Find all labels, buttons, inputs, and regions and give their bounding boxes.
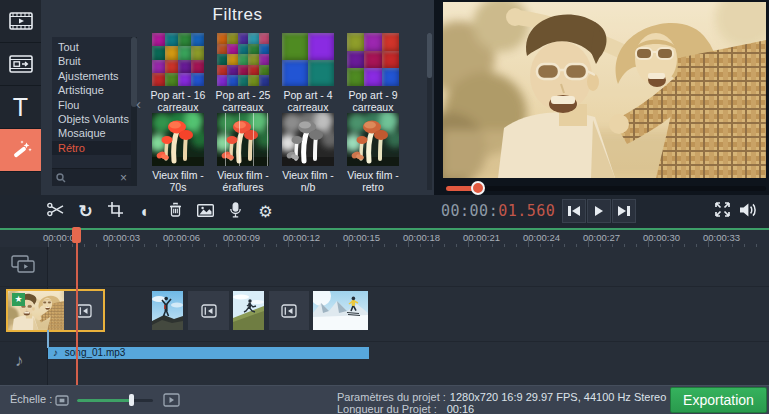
selected-clip-group[interactable]: ★ (6, 289, 105, 332)
filter-category-list: ToutBruitAjustementsArtistiqueFlouObjets… (52, 37, 131, 168)
sidebar-item-titles[interactable]: T (0, 86, 41, 129)
timeline-clip-runner[interactable] (233, 291, 264, 330)
sidebar-item-media[interactable] (0, 0, 41, 43)
sidebar-item-filters[interactable] (0, 129, 41, 172)
search-icon (56, 169, 66, 187)
export-button[interactable]: Exportation (670, 387, 767, 413)
settings-button[interactable]: ⚙ (256, 202, 275, 221)
category-item[interactable]: Objets Volants (52, 112, 131, 126)
fullscreen-icon (714, 201, 731, 222)
audio-track-icon[interactable]: ♪ (15, 351, 24, 371)
speaker-icon (740, 203, 758, 221)
fullscreen-button[interactable] (711, 200, 734, 223)
filter-item[interactable]: Pop art - 16 carreaux (152, 33, 204, 113)
category-item[interactable]: Rétro (52, 141, 131, 155)
zoom-out-clips-icon[interactable] (55, 395, 69, 408)
color-adjust-button[interactable]: ◐ (136, 202, 155, 221)
next-frame-button[interactable] (612, 199, 636, 223)
filter-search: × (52, 168, 131, 186)
filter-item[interactable]: Vieux film - retro (347, 113, 399, 193)
image-button[interactable] (196, 202, 215, 221)
image-icon (197, 203, 214, 221)
gear-icon: ⚙ (258, 204, 272, 220)
scissors-icon (47, 202, 64, 221)
transition-slot[interactable] (269, 291, 309, 330)
timeline-ruler[interactable]: 00:00:0000:00:0300:00:0600:00:0900:00:12… (0, 230, 769, 247)
video-editor-window: T Filtres ToutBruitAjustementsArtistique… (0, 0, 769, 414)
timecode-display: 00:00:01.560 (441, 202, 555, 220)
filter-thumbnail[interactable] (217, 33, 269, 86)
overlay-track-icon[interactable] (11, 255, 36, 278)
sidebar-item-transitions[interactable] (0, 43, 41, 86)
timeline-clip-hiker[interactable] (152, 291, 183, 330)
microphone-icon (229, 202, 242, 222)
status-bar: Échelle : Paramètres du projet :1280x720… (0, 385, 769, 414)
filter-thumbnail[interactable] (347, 33, 399, 86)
transition-slot[interactable] (188, 291, 229, 330)
audio-clip[interactable]: ♪ song_01.mp3 (48, 347, 369, 359)
search-input[interactable] (69, 171, 120, 184)
length-value: 00:16 (447, 403, 475, 414)
magic-wand-icon (9, 138, 33, 162)
delete-button[interactable] (166, 202, 185, 221)
preview-video-frame (443, 2, 766, 178)
filter-item[interactable]: Vieux film - 70s (152, 113, 204, 193)
timeline-tracks: ♪ ★ (0, 247, 769, 385)
crop-icon (108, 202, 123, 221)
zoom-in-clips-icon[interactable] (163, 393, 180, 409)
transition-slot[interactable] (64, 291, 103, 330)
record-voice-button[interactable] (226, 202, 245, 221)
sidebar: T (0, 0, 41, 228)
filter-thumbnail[interactable] (217, 113, 269, 166)
filter-item[interactable]: Pop art - 25 carreaux (217, 33, 269, 113)
crop-button[interactable] (106, 202, 125, 221)
playhead-pin[interactable] (72, 227, 81, 243)
skip-back-icon (568, 206, 580, 216)
play-button[interactable] (587, 199, 611, 223)
seek-handle[interactable] (471, 181, 485, 195)
filter-thumbnail[interactable] (282, 113, 334, 166)
category-item[interactable]: Tout (52, 40, 131, 54)
category-item[interactable]: Bruit (52, 54, 131, 68)
transport-controls (562, 199, 636, 223)
category-item[interactable]: Artistique (52, 83, 131, 97)
skip-forward-icon (618, 206, 630, 216)
control-strip: ↻ ◐ (0, 195, 769, 228)
scale-slider-handle[interactable] (129, 394, 134, 406)
note-icon: ♪ (53, 347, 58, 358)
filters-panel: Filtres ToutBruitAjustementsArtistiqueFl… (41, 0, 434, 195)
contrast-icon: ◐ (141, 204, 151, 220)
titles-icon: T (13, 93, 28, 122)
filter-item[interactable]: Vieux film - éraflures (217, 113, 269, 193)
filter-item[interactable]: Pop art - 9 carreaux (347, 33, 399, 113)
filter-grid-scrollbar[interactable] (427, 33, 432, 190)
timeline-clip-skier[interactable] (313, 291, 368, 330)
preview-panel (434, 0, 769, 195)
clip-link-line (47, 330, 49, 348)
clear-search-icon[interactable]: × (120, 173, 127, 183)
filmstrip-play-icon (9, 12, 33, 30)
category-item[interactable]: Mosaique (52, 126, 131, 140)
category-item[interactable]: Ajustements (52, 69, 131, 83)
project-settings-row: Paramètres du projet :1280x720 16:9 29.9… (337, 390, 682, 404)
filter-item[interactable]: Pop art - 4 carreaux (282, 33, 334, 113)
settings-value: 1280x720 16:9 29.97 FPS, 44100 Hz Stereo (450, 391, 667, 403)
preview-seekbar[interactable] (446, 186, 766, 191)
category-item[interactable]: Flou (52, 98, 131, 112)
collapse-panel-icon[interactable]: ‹ (136, 96, 141, 111)
filter-thumbnail[interactable] (152, 113, 204, 166)
filter-thumbnail[interactable] (347, 113, 399, 166)
cut-button[interactable] (46, 202, 65, 221)
rotate-button[interactable]: ↻ (76, 202, 95, 221)
previous-frame-button[interactable] (562, 199, 586, 223)
filter-thumbnail[interactable] (282, 33, 334, 86)
filter-item[interactable]: Vieux film - n/b (282, 113, 334, 193)
volume-button[interactable] (737, 200, 760, 223)
edit-toolbar: ↻ ◐ (46, 195, 275, 228)
project-length-row: Longueur du Projet :00:16 (337, 403, 474, 414)
filter-thumbnail[interactable] (152, 33, 204, 86)
audio-clip-name: song_01.mp3 (65, 347, 126, 358)
scale-slider[interactable] (77, 399, 153, 402)
timeline-clip-couple[interactable]: ★ (8, 291, 64, 330)
playhead-line (76, 229, 78, 385)
